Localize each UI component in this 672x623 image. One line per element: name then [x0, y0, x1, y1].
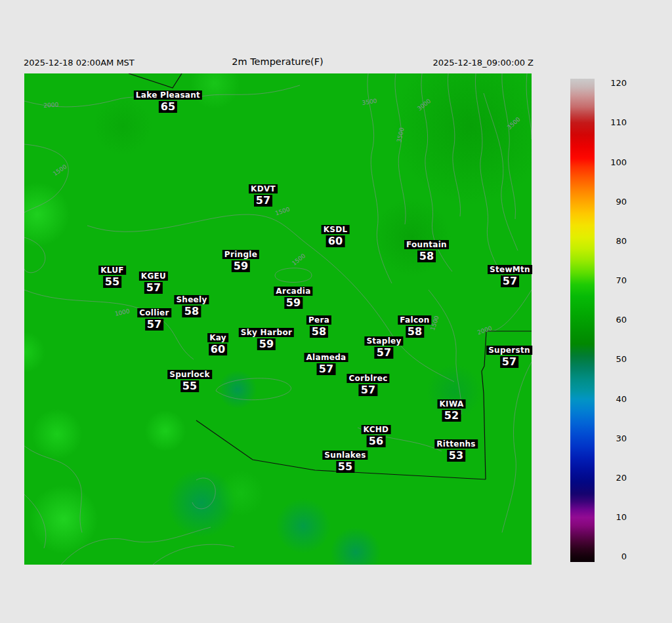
station: Spurlock55	[167, 370, 212, 392]
station-value: 57	[500, 356, 518, 368]
station-name: KLUF	[98, 266, 126, 275]
station-name: Fountain	[404, 240, 449, 249]
station-value: 58	[310, 326, 328, 338]
station-name: Spurlock	[167, 370, 212, 379]
station-value: 52	[442, 410, 461, 422]
plot-title: 2m Temperature(F)	[232, 56, 323, 67]
station-name: KGEU	[139, 271, 168, 281]
station: Lake Pleasant65	[134, 90, 202, 113]
station-value: 60	[326, 235, 345, 247]
station: Falcon58	[398, 315, 431, 338]
station-value: 57	[145, 319, 163, 331]
station-name: Pringle	[222, 250, 259, 259]
colorbar-tick-label: 110	[603, 117, 627, 127]
station-value: 55	[103, 276, 121, 288]
station-value: 65	[159, 101, 177, 113]
station-name: StewMtn	[488, 265, 532, 274]
station-value: 57	[375, 347, 393, 359]
station-value: 57	[359, 384, 377, 396]
station-value: 60	[209, 344, 227, 355]
station-name: KSDL	[322, 225, 350, 234]
valid-time-local: 2025-12-18 02:00AM MST	[24, 58, 135, 68]
station-name: KIWA	[438, 399, 466, 409]
colorbar-tick-label: 40	[603, 394, 627, 404]
colorbar-tick-label: 10	[603, 512, 627, 522]
colorbar-tick-label: 20	[603, 473, 627, 483]
station-value: 53	[447, 450, 465, 462]
station: KDVT57	[249, 184, 278, 207]
station: Kay60	[207, 333, 228, 355]
station: Corblrec57	[346, 374, 389, 396]
station: KCHD56	[362, 425, 391, 447]
station-name: Corblrec	[346, 374, 389, 383]
valid-time-utc: 2025-12-18_09:00:00 Z	[433, 58, 534, 68]
colorbar-tick-label: 0	[603, 552, 627, 561]
station-name: KDVT	[249, 184, 278, 193]
station-name: Stapley	[364, 336, 403, 346]
station-name: Falcon	[398, 315, 431, 325]
station-name: Arcadia	[274, 287, 312, 296]
station: Sky Harbor59	[239, 328, 294, 350]
station: Pera58	[306, 315, 331, 338]
station-name: Pera	[306, 315, 331, 325]
station-value: 59	[257, 338, 276, 350]
station-value: 58	[417, 251, 436, 262]
station-value: 57	[144, 282, 163, 294]
station-value: 58	[406, 326, 424, 338]
station-name: Kay	[207, 333, 228, 342]
station-value: 55	[336, 461, 354, 473]
weather-plot-page: 2025-12-18 02:00AM MST 2m Temperature(F)…	[0, 0, 672, 623]
station: Alameda57	[304, 353, 348, 375]
station: Sunlakes55	[322, 451, 368, 473]
colorbar-tick-label: 120	[603, 78, 627, 88]
station: Stapley57	[364, 336, 403, 359]
station: Arcadia59	[274, 287, 312, 309]
station: KIWA52	[438, 399, 466, 422]
station-value: 56	[367, 435, 385, 447]
station-name: Collier	[137, 308, 171, 317]
station-name: Sunlakes	[322, 451, 368, 460]
colorbar-tick-label: 70	[603, 275, 627, 285]
county-boundary-northwest	[129, 73, 182, 88]
station: Sheely58	[174, 295, 209, 317]
station: KLUF55	[98, 266, 126, 288]
colorbar	[570, 79, 595, 562]
station-name: Superstn	[486, 346, 532, 355]
temperature-field-map	[24, 73, 532, 565]
station-value: 57	[254, 195, 272, 207]
station: Pringle59	[222, 250, 259, 272]
station: KGEU57	[139, 271, 168, 294]
colorbar-tick-label: 50	[603, 354, 627, 364]
station: StewMtn57	[488, 265, 532, 287]
station-value: 57	[317, 363, 335, 375]
contour-elevation-label: 2000	[43, 101, 59, 109]
station-value: 55	[180, 380, 199, 392]
station: Superstn57	[486, 346, 532, 368]
station-value: 57	[501, 275, 519, 287]
station-name: Sky Harbor	[239, 328, 294, 337]
station-name: KCHD	[362, 425, 391, 434]
station-name: Alameda	[304, 353, 348, 362]
station-value: 58	[182, 306, 201, 317]
station: Rittenhs53	[434, 439, 478, 462]
county-boundary-east-vertical	[482, 331, 486, 479]
station: KSDL60	[322, 225, 350, 247]
colorbar-tick-label: 60	[603, 315, 627, 325]
station-name: Sheely	[174, 295, 209, 304]
station-name: Rittenhs	[434, 439, 478, 449]
station: Fountain58	[404, 240, 449, 262]
station-value: 59	[232, 260, 250, 272]
station-name: Lake Pleasant	[134, 90, 202, 100]
colorbar-tick-label: 30	[603, 433, 627, 443]
station: Collier57	[137, 308, 171, 331]
contour-overlay	[24, 73, 532, 565]
colorbar-tick-label: 100	[603, 157, 627, 167]
colorbar-tick-label: 80	[603, 236, 627, 246]
colorbar-tick-label: 90	[603, 197, 627, 207]
station-value: 59	[284, 297, 303, 309]
